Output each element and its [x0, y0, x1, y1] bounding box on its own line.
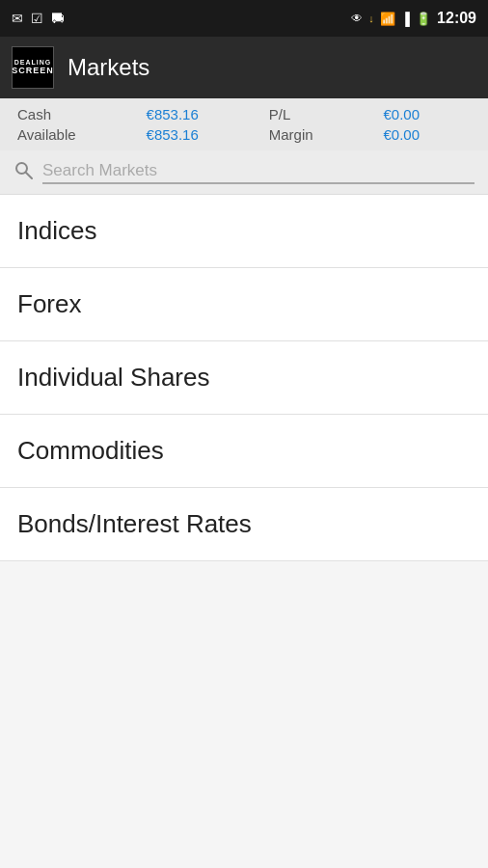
market-item-label-individual-shares: Individual Shares: [17, 363, 209, 392]
available-label: Available: [17, 126, 127, 143]
cash-label: Cash: [17, 106, 127, 122]
app-bar: DEALING SCREEN Markets: [0, 37, 488, 98]
eye-icon: 👁: [351, 12, 363, 25]
available-value: €853.16: [147, 126, 250, 143]
status-bar-left: ✉ ☑ ⛟: [12, 11, 65, 26]
checkbox-icon: ☑: [31, 11, 43, 26]
pl-value: €0.00: [384, 106, 471, 122]
status-time: 12:09: [437, 10, 476, 27]
download-icon: ↓: [368, 13, 374, 24]
wifi-icon: 📶: [380, 12, 395, 26]
pl-label: P/L: [269, 106, 365, 122]
market-item-label-bonds-interest-rates: Bonds/Interest Rates: [17, 509, 252, 538]
app-title: Markets: [68, 54, 149, 81]
market-item-forex[interactable]: Forex: [0, 268, 488, 341]
account-bar: Cash €853.16 P/L €0.00 Available €853.16…: [0, 98, 488, 150]
status-bar: ✉ ☑ ⛟ 👁 ↓ 📶 ▐ 🔋 12:09: [0, 0, 488, 37]
logo-line2: SCREEN: [12, 67, 54, 76]
search-input[interactable]: [42, 161, 474, 184]
app-logo: DEALING SCREEN: [12, 46, 54, 89]
market-item-label-commodities: Commodities: [17, 436, 164, 465]
search-bar: [0, 150, 488, 195]
market-item-bonds-interest-rates[interactable]: Bonds/Interest Rates: [0, 488, 488, 561]
cart-icon: ⛟: [51, 11, 65, 26]
status-bar-right: 👁 ↓ 📶 ▐ 🔋 12:09: [351, 10, 476, 27]
market-item-individual-shares[interactable]: Individual Shares: [0, 341, 488, 415]
search-icon: [14, 160, 33, 184]
email-icon: ✉: [12, 11, 23, 26]
market-list: IndicesForexIndividual SharesCommodities…: [0, 195, 488, 561]
margin-label: Margin: [269, 126, 365, 143]
empty-area: [0, 561, 488, 868]
signal-icon: ▐: [401, 12, 410, 26]
svg-line-1: [26, 173, 32, 178]
battery-icon: 🔋: [416, 12, 431, 26]
cash-value: €853.16: [147, 106, 250, 122]
market-item-label-forex: Forex: [17, 289, 81, 318]
market-item-commodities[interactable]: Commodities: [0, 415, 488, 488]
market-item-label-indices: Indices: [17, 216, 96, 245]
market-item-indices[interactable]: Indices: [0, 195, 488, 268]
margin-value: €0.00: [384, 126, 471, 143]
